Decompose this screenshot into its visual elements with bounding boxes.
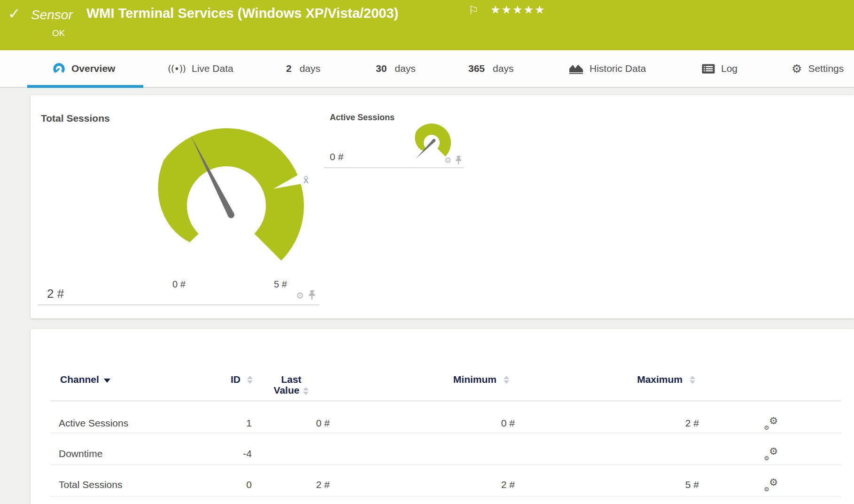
- tile-settings-gear-icon[interactable]: ⚙: [444, 156, 451, 164]
- gauge-icon: [53, 62, 65, 75]
- active-sessions-gauge[interactable]: [402, 118, 463, 170]
- table-row-minimum: 2 #: [446, 479, 515, 491]
- column-header-id[interactable]: ID: [197, 374, 241, 385]
- table-row-last-value: [263, 448, 330, 460]
- column-header-last-value[interactable]: Last Value: [261, 374, 322, 395]
- row-divider: [50, 496, 841, 496]
- sort-toggle-icon[interactable]: [303, 387, 309, 395]
- gauge-title-total-sessions: Total Sessions: [41, 113, 110, 124]
- flag-icon[interactable]: ⚐: [468, 4, 479, 17]
- tab-2-days-number: 2: [286, 63, 292, 74]
- table-row-id: 0: [202, 479, 252, 491]
- table-row-channel-name[interactable]: Active Sessions: [59, 417, 200, 429]
- pin-icon[interactable]: [308, 290, 317, 300]
- priority-stars[interactable]: ★★★★★: [490, 3, 546, 16]
- area-chart-icon: [569, 63, 583, 74]
- tile-divider: [38, 304, 319, 305]
- channel-settings-gears-icon[interactable]: ⚙ ⚙: [764, 479, 778, 492]
- tab-settings-label: Settings: [808, 63, 844, 74]
- column-header-maximum-label: Maximum: [637, 374, 683, 385]
- total-sessions-current-value: 2 #: [47, 287, 64, 301]
- tab-log-label: Log: [721, 63, 738, 74]
- tab-2-days[interactable]: 2 days: [286, 50, 320, 87]
- gauge-max-label: 5 #: [259, 279, 302, 290]
- tab-overview[interactable]: Overview: [53, 50, 115, 87]
- column-header-channel[interactable]: Channel: [60, 374, 110, 385]
- column-header-id-label: ID: [231, 374, 241, 385]
- pin-icon[interactable]: [455, 155, 463, 165]
- tab-overview-label: Overview: [71, 63, 115, 74]
- tab-30-days[interactable]: 30 days: [376, 50, 416, 87]
- table-row-last-value: 0 #: [263, 417, 330, 429]
- table-row-maximum: 5 #: [629, 479, 699, 491]
- table-row-maximum: [629, 448, 699, 460]
- broadcast-icon: ((•)): [168, 63, 186, 74]
- status-ok-check-icon: ✓: [8, 5, 21, 23]
- column-header-last-value-line1: Last: [261, 374, 322, 385]
- tab-historic-data[interactable]: Historic Data: [569, 50, 646, 87]
- tab-365-days-label: days: [493, 63, 513, 74]
- column-header-maximum[interactable]: Maximum: [609, 374, 683, 385]
- table-header-divider: [50, 400, 841, 402]
- column-header-minimum[interactable]: Minimum: [423, 374, 497, 385]
- channel-settings-gears-icon[interactable]: ⚙ ⚙: [764, 417, 778, 430]
- tab-365-days-number: 365: [468, 63, 485, 74]
- tab-live-data-label: Live Data: [192, 63, 233, 74]
- tab-30-days-label: days: [395, 63, 415, 74]
- channel-settings-gears-icon[interactable]: ⚙ ⚙: [764, 448, 778, 461]
- gauge-title-active-sessions: Active Sessions: [330, 113, 395, 123]
- object-type-label: Sensor: [31, 8, 73, 23]
- tab-2-days-label: days: [300, 63, 320, 74]
- tab-historic-data-label: Historic Data: [590, 63, 646, 74]
- tile-settings-gear-icon[interactable]: ⚙: [296, 291, 304, 300]
- column-header-minimum-label: Minimum: [453, 374, 497, 385]
- table-row-channel-name[interactable]: Total Sessions: [59, 479, 200, 491]
- table-row-minimum: 0 #: [446, 417, 515, 429]
- table-row-last-value: 2 #: [263, 479, 330, 491]
- channels-panel: [31, 329, 854, 504]
- column-header-last-value-line2: Value: [274, 385, 300, 395]
- table-row-maximum: 2 #: [629, 417, 699, 429]
- active-tab-indicator: [27, 85, 143, 88]
- sensor-header: ✓ Sensor WMI Terminal Services (Windows …: [0, 0, 854, 50]
- tab-365-days[interactable]: 365 days: [468, 50, 513, 87]
- average-marker-label: x̄: [303, 174, 309, 186]
- sort-toggle-icon[interactable]: [504, 376, 509, 384]
- row-divider: [50, 433, 841, 433]
- tab-settings[interactable]: ⚙ Settings: [792, 50, 844, 87]
- gear-icon: ⚙: [792, 63, 802, 75]
- page-title: WMI Terminal Services (Windows XP/Vista/…: [86, 6, 398, 21]
- table-row-id: -4: [202, 448, 252, 460]
- table-row-minimum: [446, 448, 515, 460]
- sort-toggle-icon[interactable]: [247, 376, 253, 384]
- active-sessions-current-value: 0 #: [330, 151, 343, 163]
- tab-log[interactable]: Log: [702, 50, 738, 87]
- tab-30-days-number: 30: [376, 63, 387, 74]
- sort-desc-icon: [104, 379, 110, 383]
- table-row-channel-name[interactable]: Downtime: [59, 448, 200, 460]
- row-divider: [50, 465, 841, 465]
- tile-divider: [324, 167, 464, 168]
- gauge-min-label: 0 #: [158, 279, 200, 290]
- total-sessions-gauge[interactable]: [132, 112, 329, 274]
- sort-toggle-icon[interactable]: [690, 376, 695, 384]
- column-header-channel-label: Channel: [60, 374, 99, 385]
- table-row-id: 1: [202, 417, 252, 429]
- list-icon: [702, 64, 715, 74]
- tab-live-data[interactable]: ((•)) Live Data: [168, 50, 233, 87]
- status-badge: OK: [52, 28, 65, 39]
